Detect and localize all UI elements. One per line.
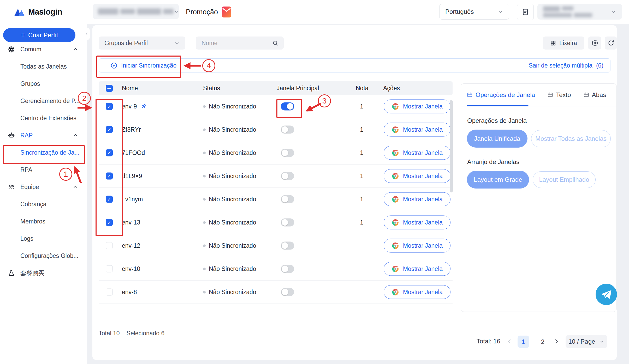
chrome-icon bbox=[391, 195, 399, 203]
app-title: Maslogin bbox=[28, 7, 62, 17]
tab-texto[interactable]: Texto bbox=[547, 91, 571, 99]
chevron-down-icon bbox=[174, 9, 179, 14]
show-window-label: Mostrar Janela bbox=[403, 219, 443, 226]
prev-page-button[interactable] bbox=[506, 338, 513, 345]
table-row-env-13: ✓env-13Não Sincronizado1Mostrar Janela bbox=[99, 211, 453, 234]
row-checkbox[interactable] bbox=[106, 289, 113, 296]
sidebar-item-2[interactable]: Grupos bbox=[0, 75, 87, 92]
robot-icon bbox=[8, 132, 15, 139]
row-checkbox[interactable]: ✓ bbox=[106, 219, 113, 226]
user-account-menu[interactable] bbox=[537, 4, 622, 20]
main-window-toggle[interactable] bbox=[281, 265, 294, 273]
show-window-button[interactable]: Mostrar Janela bbox=[384, 239, 450, 253]
main-window-toggle[interactable] bbox=[281, 172, 294, 180]
main-window-toggle[interactable] bbox=[281, 102, 294, 111]
selected-count-label: Selecionado 6 bbox=[127, 330, 165, 337]
trash-button[interactable]: Lixeira bbox=[543, 37, 584, 50]
settings-button[interactable] bbox=[588, 37, 601, 50]
create-profile-button[interactable]: + Criar Perfil bbox=[3, 28, 75, 42]
chevron-down-icon bbox=[610, 9, 616, 15]
main-window-toggle[interactable] bbox=[281, 195, 294, 203]
profile-groups-filter[interactable]: Grupos de Perfil bbox=[99, 37, 185, 50]
tab-label: Operações de Janela bbox=[476, 91, 535, 99]
row-checkbox[interactable]: ✓ bbox=[106, 196, 113, 203]
chrome-icon bbox=[391, 149, 399, 157]
docs-button[interactable] bbox=[517, 4, 534, 20]
table-row-71FOOd: ✓71FOOdNão Sincronizado1Mostrar Janela bbox=[99, 141, 453, 165]
table-scrollbar[interactable] bbox=[450, 100, 453, 192]
app-root: Maslogin Promoção bbox=[0, 0, 629, 364]
sidebar-item-7[interactable]: RPA bbox=[0, 161, 87, 178]
exit-multi-select-button[interactable]: Sair de seleção múltipla (6) bbox=[529, 62, 603, 69]
row-checkbox[interactable]: ✓ bbox=[106, 103, 113, 110]
row-checkbox[interactable]: ✓ bbox=[106, 126, 113, 133]
window-icon bbox=[583, 92, 589, 98]
tab-abas[interactable]: Abas bbox=[583, 91, 606, 99]
sidebar-item-9[interactable]: Cobrança bbox=[0, 196, 87, 213]
show-window-button[interactable]: Mostrar Janela bbox=[384, 100, 450, 113]
main-window-toggle[interactable] bbox=[281, 219, 294, 227]
sidebar-item-label: RPA bbox=[20, 166, 32, 173]
show-window-button[interactable]: Mostrar Janela bbox=[384, 169, 450, 183]
show-window-button[interactable]: Mostrar Janela bbox=[384, 262, 450, 276]
main-window-toggle[interactable] bbox=[281, 242, 294, 250]
nota-value: 1 bbox=[356, 126, 368, 133]
chevron-left-icon bbox=[85, 32, 89, 36]
play-circle-icon bbox=[110, 62, 117, 69]
search-input[interactable] bbox=[201, 39, 267, 47]
table-row-env-12: env-12Não SincronizadoMostrar Janela bbox=[99, 234, 453, 257]
sidebar-item-label: Comum bbox=[20, 46, 41, 53]
main-window-toggle[interactable] bbox=[281, 149, 294, 157]
col-header-nota: Nota bbox=[356, 81, 369, 95]
show-all-windows-button[interactable]: Mostrar Todas as Janelas bbox=[531, 130, 611, 147]
show-window-button[interactable]: Mostrar Janela bbox=[384, 146, 450, 160]
stacked-layout-button[interactable]: Layout Empilhado bbox=[533, 171, 596, 188]
sidebar-item-6[interactable]: Sincronização de Ja... bbox=[0, 144, 87, 161]
row-checkbox[interactable] bbox=[106, 265, 113, 272]
show-window-button[interactable]: Mostrar Janela bbox=[384, 192, 450, 206]
row-checkbox[interactable]: ✓ bbox=[106, 173, 113, 180]
start-sync-button[interactable]: Iniciar Sincronização bbox=[110, 62, 176, 69]
status-text: Não Sincronizado bbox=[209, 126, 256, 133]
unified-window-button[interactable]: Janela Unificada bbox=[467, 130, 527, 148]
show-window-button[interactable]: Mostrar Janela bbox=[384, 285, 450, 299]
next-page-button[interactable] bbox=[553, 338, 560, 345]
chrome-icon bbox=[391, 102, 399, 110]
sidebar-collapse-handle[interactable] bbox=[84, 28, 90, 40]
workspace-selector[interactable] bbox=[93, 4, 179, 19]
sidebar-item-11[interactable]: Logs bbox=[0, 230, 87, 247]
sidebar-item-4[interactable]: Centro de Extensões bbox=[0, 110, 87, 127]
workspace-name-blurred bbox=[98, 8, 174, 15]
row-checkbox[interactable]: ✓ bbox=[106, 149, 113, 156]
panel-tabs: Operações de Janela Texto Abas bbox=[461, 84, 616, 106]
promo-link[interactable]: Promoção bbox=[186, 0, 231, 24]
page-button-2[interactable]: 2 bbox=[537, 336, 549, 348]
sidebar-item-label: Grupos bbox=[20, 80, 40, 87]
sidebar-item-1[interactable]: Todas as Janelas bbox=[0, 58, 87, 75]
refresh-button[interactable] bbox=[605, 37, 617, 50]
sidebar-item-0[interactable]: Comum bbox=[0, 41, 87, 58]
language-selector[interactable]: Português bbox=[439, 4, 509, 20]
main-window-toggle[interactable] bbox=[281, 126, 294, 134]
search-icon[interactable] bbox=[272, 40, 278, 46]
sidebar-item-label: Gerenciamento de P... bbox=[20, 98, 80, 105]
profile-name: d1L9×9 bbox=[122, 173, 142, 180]
show-window-button[interactable]: Mostrar Janela bbox=[384, 123, 450, 137]
sidebar-item-10[interactable]: Membros bbox=[0, 213, 87, 230]
sidebar-item-3[interactable]: Gerenciamento de P... bbox=[0, 92, 87, 110]
telegram-button[interactable] bbox=[596, 284, 617, 305]
sidebar-item-12[interactable]: Configurações Glob... bbox=[0, 247, 87, 264]
select-all-checkbox[interactable] bbox=[106, 85, 113, 92]
page-size-selector[interactable]: 10 / Page bbox=[566, 335, 607, 348]
sidebar-item-13[interactable]: 套餐购买 bbox=[0, 264, 87, 282]
grid-layout-button[interactable]: Layout em Grade bbox=[467, 171, 529, 189]
page-button-1[interactable]: 1 bbox=[518, 336, 529, 348]
main-window-toggle[interactable] bbox=[281, 288, 294, 296]
sidebar-item-8[interactable]: Equipe bbox=[0, 178, 87, 196]
chrome-icon bbox=[391, 126, 399, 134]
show-window-button[interactable]: Mostrar Janela bbox=[384, 216, 450, 229]
sidebar-item-5[interactable]: RAP bbox=[0, 127, 87, 144]
table-row-env-9: ✓env-9Não Sincronizado1Mostrar Janela bbox=[99, 95, 453, 118]
tab-operacoes-de-janela[interactable]: Operações de Janela bbox=[467, 91, 535, 99]
row-checkbox[interactable] bbox=[106, 242, 113, 249]
